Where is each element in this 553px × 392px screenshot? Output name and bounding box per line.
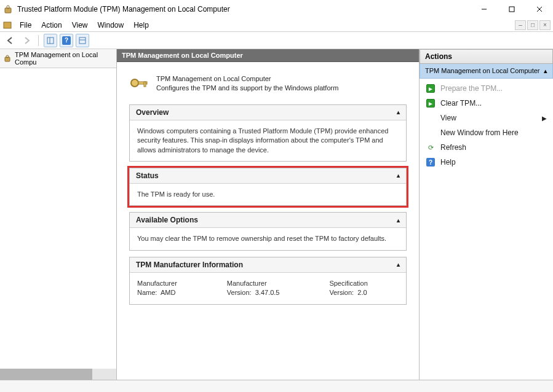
action-help-label: Help: [440, 158, 456, 167]
svg-rect-6: [4, 22, 11, 28]
blank-icon: [426, 128, 436, 138]
tree-root-label: TPM Management on Local Compu: [15, 51, 113, 66]
intro-title: TPM Management on Local Computer: [156, 74, 338, 84]
available-options-section-header[interactable]: Available Options ▴: [130, 213, 406, 228]
chevron-right-icon: ▶: [542, 115, 547, 122]
statusbar: [0, 380, 553, 392]
tpm-app-icon: [4, 4, 14, 14]
menu-view[interactable]: View: [67, 20, 93, 31]
manuf-ver-value: 3.47.0.5: [255, 289, 280, 296]
action-help[interactable]: ? Help: [420, 155, 553, 170]
window-title: Trusted Platform Module (TPM) Management…: [17, 5, 470, 14]
menu-action[interactable]: Action: [36, 20, 66, 31]
overview-section-header[interactable]: Overview ▴: [130, 105, 406, 120]
available-title: Available Options: [136, 216, 198, 224]
doc-restore-button[interactable]: □: [527, 20, 538, 30]
status-section-header[interactable]: Status ▴: [130, 168, 406, 184]
forward-button[interactable]: [20, 34, 33, 47]
action-refresh[interactable]: ⟳ Refresh: [420, 140, 553, 155]
help-toolbar-button[interactable]: ?: [60, 34, 73, 47]
arrow-right-icon: ►: [426, 99, 435, 108]
action-clear-label: Clear TPM...: [440, 99, 482, 108]
close-button[interactable]: [525, 0, 553, 18]
scroll-thumb[interactable]: [0, 369, 92, 380]
minimize-button[interactable]: [470, 0, 498, 18]
mmc-icon: [2, 20, 12, 30]
action-clear-tpm[interactable]: ► Clear TPM...: [420, 96, 553, 111]
status-title: Status: [136, 171, 159, 180]
arrow-right-icon: ►: [426, 84, 435, 93]
manufacturer-section-header[interactable]: TPM Manufacturer Information ▴: [130, 257, 406, 273]
svg-rect-3: [509, 7, 514, 12]
toolbar-separator: [38, 35, 39, 46]
actions-subheader-label: TPM Management on Local Computer: [425, 67, 539, 75]
action-view[interactable]: View ▶: [420, 111, 553, 125]
manuf-name-value: AMD: [161, 289, 175, 296]
show-hide-tree-button[interactable]: [44, 34, 57, 47]
svg-rect-7: [47, 37, 54, 44]
maximize-button[interactable]: [498, 0, 525, 18]
manufacturer-title: TPM Manufacturer Information: [136, 261, 243, 269]
collapse-icon: ▴: [544, 67, 547, 75]
svg-rect-9: [79, 37, 86, 44]
tpm-tree-icon: [4, 54, 12, 63]
actions-subheader[interactable]: TPM Management on Local Computer ▴: [420, 64, 553, 79]
center-header: TPM Management on Local Computer: [117, 49, 419, 62]
tpm-key-icon: [129, 74, 149, 92]
action-new-window[interactable]: New Window from Here: [420, 125, 553, 140]
action-prepare-label: Prepare the TPM...: [440, 84, 503, 93]
left-horizontal-scrollbar[interactable]: [0, 369, 116, 380]
properties-toolbar-button[interactable]: [76, 34, 89, 47]
help-icon: ?: [426, 158, 435, 167]
action-new-window-label: New Window from Here: [440, 128, 519, 137]
action-prepare-tpm: ► Prepare the TPM...: [420, 81, 553, 96]
collapse-icon: ▴: [397, 261, 400, 268]
back-button[interactable]: [4, 34, 17, 47]
overview-title: Overview: [136, 108, 169, 117]
status-body: The TPM is ready for use.: [130, 184, 406, 205]
svg-point-13: [131, 79, 138, 87]
intro-text: Configures the TPM and its support by th…: [156, 84, 338, 92]
menu-help[interactable]: Help: [129, 20, 154, 31]
tree-root-item[interactable]: TPM Management on Local Compu: [0, 49, 116, 68]
collapse-icon: ▴: [397, 109, 400, 116]
action-view-label: View: [440, 114, 456, 122]
collapse-icon: ▴: [397, 172, 400, 179]
refresh-icon: ⟳: [426, 143, 436, 152]
available-body: You may clear the TPM to remove ownershi…: [130, 228, 406, 249]
help-icon: ?: [62, 36, 71, 45]
doc-minimize-button[interactable]: –: [515, 20, 526, 30]
overview-body: Windows computers containing a Trusted P…: [130, 120, 406, 161]
menu-window[interactable]: Window: [93, 20, 129, 31]
actions-header: Actions: [420, 49, 553, 64]
doc-close-button[interactable]: ×: [539, 20, 551, 30]
menu-file[interactable]: File: [15, 20, 36, 31]
collapse-icon: ▴: [397, 217, 400, 224]
blank-icon: [426, 113, 436, 123]
action-refresh-label: Refresh: [440, 143, 466, 152]
spec-ver-value: 2.0: [357, 289, 367, 296]
svg-rect-15: [144, 82, 146, 87]
